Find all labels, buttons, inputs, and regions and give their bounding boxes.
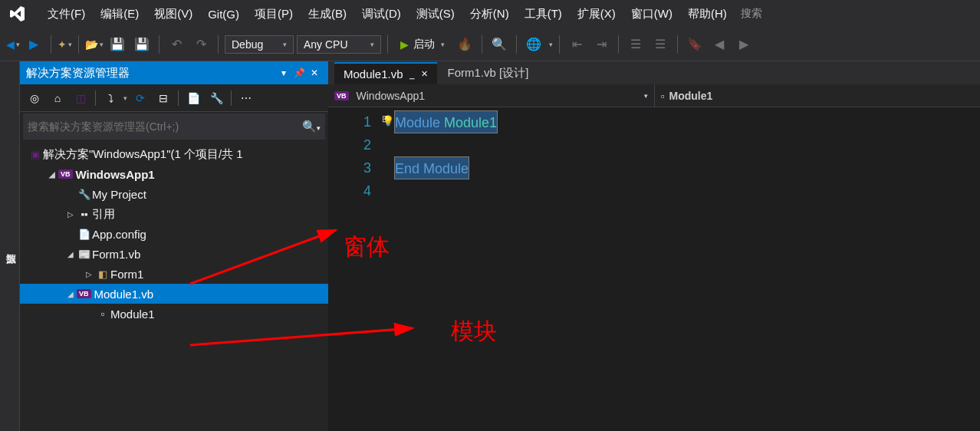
module1-node[interactable]: ▫ Module1 [20,304,328,324]
save-all-button[interactable]: 💾 [131,34,153,55]
toggle-views-icon[interactable]: ◎ [25,88,44,108]
appconfig-node[interactable]: 📄 App.config [20,224,328,244]
references-icon: ▪▪ [77,209,92,220]
menu-analyze[interactable]: 分析(N) [462,0,517,28]
panel-toolbar: ◎ ⌂ ◫ ⤵ ▾ ⟳ ⊟ 📄 🔧 ⋯ [20,84,328,112]
menu-project[interactable]: 项目(P) [247,0,301,28]
menu-edit[interactable]: 编辑(E) [93,0,146,28]
search-input[interactable] [28,120,302,133]
gutter: 1 2 3 4 [328,107,377,431]
tab-form1[interactable]: Form1.vb [设计] [439,62,538,84]
preview-icon[interactable]: ⋯ [236,88,256,108]
wrench-icon: 🔧 [77,189,92,200]
form-file-icon: 📰 [77,248,92,260]
indent-increase-icon[interactable]: ⇥ [590,34,612,55]
sync-active-icon[interactable]: ◫ [71,88,90,108]
config-select[interactable]: Debug▾ [225,35,294,54]
browser-link-icon[interactable]: 🌐 [523,34,544,55]
home-icon[interactable]: ⌂ [48,88,67,108]
vb-icon: VB [77,289,91,298]
close-tab-icon[interactable]: ✕ [421,69,428,79]
expand-icon[interactable]: ▷ [64,210,77,219]
menu-tools[interactable]: 工具(T) [517,0,570,28]
menu-view[interactable]: 视图(V) [146,0,200,28]
menu-test[interactable]: 测试(S) [409,0,462,28]
editor-tabs: Module1.vb ⎯ ✕ Form1.vb [设计] [328,61,980,84]
menubar: 文件(F) 编辑(E) 视图(V) Git(G) 项目(P) 生成(B) 调试(… [0,0,980,28]
hot-reload-icon[interactable]: 🔥 [454,34,475,55]
bookmark-icon[interactable]: 🔖 [684,34,705,55]
menu-debug[interactable]: 调试(D) [354,0,409,28]
dropdown-icon[interactable]: ▾ [276,67,291,78]
project-node[interactable]: ◢ VB WindowsApp1 [20,164,328,184]
uncomment-icon[interactable]: ☰ [649,34,671,55]
solution-explorer-panel: 解决方案资源管理器 ▾ 📌 ✕ ◎ ⌂ ◫ ⤵ ▾ ⟳ ⊟ 📄 🔧 ⋯ 🔍▾ [20,61,328,431]
platform-select[interactable]: Any CPU▾ [297,35,381,54]
code-lines[interactable]: Module Module1 End Module [394,107,980,431]
find-in-files-icon[interactable]: 🔍 [488,34,510,55]
nav-project[interactable]: VB WindowsApp1 ▾ [328,84,655,107]
collapse-all-icon[interactable]: ⊟ [153,88,173,108]
expand-icon[interactable]: ◢ [64,290,77,298]
editor: Module1.vb ⎯ ✕ Form1.vb [设计] VB WindowsA… [328,61,980,431]
panel-search[interactable]: 🔍▾ [23,114,325,140]
menu-git[interactable]: Git(G) [200,0,247,28]
my-project-node[interactable]: 🔧 My Project [20,184,328,204]
vs-logo-icon [6,3,28,25]
save-button[interactable]: 💾 [107,34,128,55]
tab-module1[interactable]: Module1.vb ⎯ ✕ [334,62,437,84]
nav-back-button[interactable]: ◀▾ [6,38,20,51]
nav-forward-button[interactable]: ▶ [23,34,44,55]
redo-button[interactable]: ↷ [190,34,212,55]
start-button[interactable]: ▶启动▾ [394,38,451,51]
form1-node[interactable]: ▷ ◧ Form1 [20,264,328,284]
form1vb-node[interactable]: ◢ 📰 Form1.vb [20,244,328,264]
form-class-icon: ◧ [95,268,110,280]
solution-node[interactable]: ▣ 解决方案"WindowsApp1"(1 个项目/共 1 [20,144,328,164]
module-icon: ▫ [95,308,110,320]
bookmark-next-icon[interactable]: ▶ [733,34,755,55]
menu-file[interactable]: 文件(F) [40,0,93,28]
module1vb-node[interactable]: ◢ VB Module1.vb [20,284,328,304]
show-all-icon[interactable]: 📄 [183,88,203,108]
comment-icon[interactable]: ☰ [625,34,646,55]
solution-icon: ▣ [28,149,43,160]
datasource-tab[interactable]: 数据源 [0,61,20,431]
expand-icon[interactable]: ▷ [83,270,95,278]
references-node[interactable]: ▷ ▪▪ 引用 [20,204,328,224]
pin-icon[interactable]: 📌 [291,67,307,78]
menu-build[interactable]: 生成(B) [301,0,354,28]
lightbulb-icon[interactable]: 💡 [382,115,394,127]
fold-column[interactable]: ⊟ [377,107,394,431]
undo-button[interactable]: ↶ [166,34,187,55]
search-label[interactable]: 搜索 [741,7,762,21]
nav-member[interactable]: ▫ Module1 [655,84,981,107]
pin-tab-icon[interactable]: ⎯ [409,70,415,79]
scope-icon[interactable]: ⤵ [100,88,120,108]
panel-title: 解决方案资源管理器 ▾ 📌 ✕ [20,61,328,84]
close-icon[interactable]: ✕ [307,67,322,78]
search-icon[interactable]: 🔍▾ [302,120,321,133]
expand-icon[interactable]: ◢ [64,250,77,258]
solution-tree: ▣ 解决方案"WindowsApp1"(1 个项目/共 1 ◢ VB Windo… [20,141,328,431]
menu-extensions[interactable]: 扩展(X) [570,0,623,28]
vb-icon: VB [334,91,349,100]
indent-decrease-icon[interactable]: ⇤ [566,34,587,55]
menu-window[interactable]: 窗口(W) [623,0,680,28]
code-area[interactable]: 1 2 3 4 💡 ⊟ Module Module1 End Module [328,107,980,431]
menu-help[interactable]: 帮助(H) [680,0,735,28]
expand-icon[interactable]: ◢ [46,170,58,179]
nav-bar: VB WindowsApp1 ▾ ▫ Module1 [328,84,980,107]
bookmark-prev-icon[interactable]: ◀ [709,34,730,55]
vb-icon: VB [58,169,73,179]
refresh-icon[interactable]: ⟳ [130,88,150,108]
properties-icon[interactable]: 🔧 [206,88,226,108]
new-item-button[interactable]: ✦▾ [58,38,72,51]
module-icon: ▫ [661,90,665,102]
toolbar: ◀▾ ▶ ✦▾ 📂▾ 💾 💾 ↶ ↷ Debug▾ Any CPU▾ ▶启动▾ … [0,28,980,61]
open-button[interactable]: 📂▾ [85,38,104,51]
config-icon: 📄 [77,229,92,240]
